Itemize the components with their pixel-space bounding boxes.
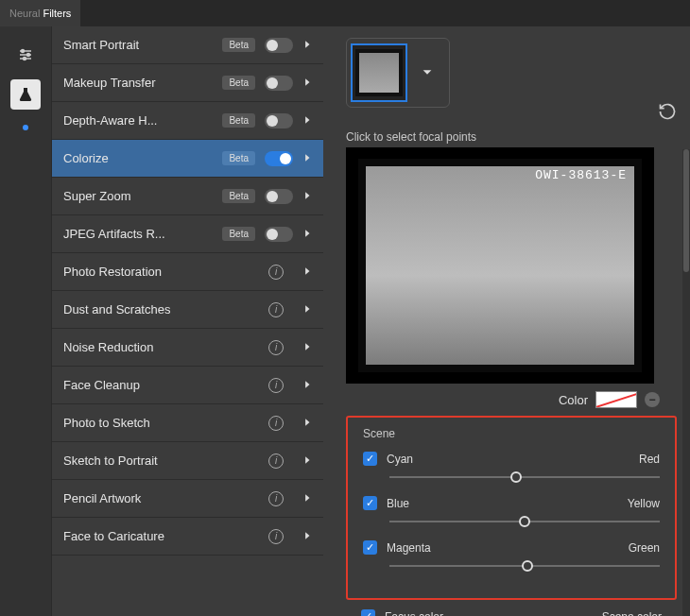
reset-icon[interactable]	[658, 102, 677, 124]
beta-badge: Beta	[222, 38, 255, 52]
color-swatch[interactable]	[595, 391, 637, 408]
info-icon[interactable]: i	[268, 491, 284, 506]
filter-label: Makeup Transfer	[63, 76, 222, 90]
filter-row[interactable]: Smart PortraitBeta	[52, 26, 323, 64]
slider-right-label: Green	[629, 541, 660, 555]
slider-checkbox[interactable]: ✓	[363, 496, 377, 510]
scene-slider-row: ✓ Cyan Red	[363, 452, 660, 483]
slider-right-label: Red	[639, 453, 660, 466]
variant-dropdown[interactable]	[346, 38, 450, 108]
filter-row[interactable]: Face to Caricaturei	[52, 518, 323, 556]
left-icon-rail	[0, 26, 51, 616]
tab-label-right: Filters	[43, 8, 71, 19]
variant-strip	[346, 38, 677, 108]
filter-row[interactable]: Photo Restorationi	[52, 253, 323, 291]
filter-label: Super Zoom	[63, 189, 222, 203]
slider-checkbox[interactable]: ✓	[363, 540, 377, 555]
info-icon[interactable]: i	[268, 340, 284, 355]
chevron-right-icon	[302, 76, 312, 90]
filter-list: Smart PortraitBetaMakeup TransferBetaDep…	[51, 26, 323, 616]
chevron-down-icon	[421, 65, 434, 81]
beta-badge: Beta	[222, 113, 255, 128]
chevron-right-icon	[302, 265, 312, 279]
chevron-right-icon	[302, 416, 312, 430]
filter-label: JPEG Artifacts R...	[63, 227, 222, 241]
beta-badge: Beta	[222, 151, 255, 165]
filter-row[interactable]: Makeup TransferBeta	[52, 64, 323, 102]
settings-panel: Click to select focal points OWI-38613-E…	[323, 26, 690, 616]
filter-label: Sketch to Portrait	[63, 453, 268, 468]
filter-row[interactable]: Depth-Aware H...Beta	[52, 102, 323, 140]
image-preview[interactable]: OWI-38613-E	[346, 147, 654, 384]
slider-right-label: Yellow	[628, 497, 660, 510]
filter-row[interactable]: Super ZoomBeta	[52, 178, 323, 215]
panel-scrollbar[interactable]	[682, 149, 690, 616]
filter-toggle[interactable]	[265, 227, 293, 242]
info-icon[interactable]: i	[268, 265, 284, 280]
scene-group: Scene ✓ Cyan Red ✓ Blue Yellow ✓ Magenta…	[346, 416, 677, 600]
remove-color-button[interactable]: −	[645, 392, 660, 407]
chevron-right-icon	[302, 151, 312, 165]
chevron-right-icon	[302, 453, 312, 468]
filter-row[interactable]: Photo to Sketchi	[52, 404, 323, 442]
chevron-right-icon	[302, 302, 312, 317]
chevron-right-icon	[302, 340, 312, 354]
filter-row[interactable]: Sketch to Portraiti	[52, 442, 323, 480]
flask-icon[interactable]	[10, 79, 41, 110]
filter-toggle[interactable]	[265, 113, 293, 128]
active-dot-indicator	[23, 125, 28, 130]
filter-row[interactable]: ColorizeBeta	[52, 140, 323, 178]
chevron-right-icon	[302, 113, 312, 128]
tab-neural-filters[interactable]: Neural Filters	[0, 0, 80, 26]
svg-point-2	[24, 58, 26, 60]
svg-point-1	[27, 54, 30, 57]
preview-image: OWI-38613-E	[358, 159, 642, 372]
color-balance-slider[interactable]	[389, 516, 660, 527]
scene-slider-row: ✓ Magenta Green	[363, 540, 660, 572]
filter-toggle[interactable]	[265, 189, 293, 204]
chevron-right-icon	[302, 491, 312, 505]
tab-label-left: Neural	[9, 8, 40, 19]
info-icon[interactable]: i	[268, 378, 284, 393]
filter-row[interactable]: Pencil Artworki	[52, 480, 323, 518]
filter-row[interactable]: Face Cleanupi	[52, 367, 323, 404]
chevron-right-icon	[302, 378, 312, 392]
filter-toggle[interactable]	[265, 76, 293, 91]
slider-left-label: Blue	[387, 497, 409, 510]
filter-row[interactable]: Noise Reductioni	[52, 329, 323, 367]
chevron-right-icon	[302, 189, 312, 203]
beta-badge: Beta	[222, 189, 255, 203]
filter-label: Photo Restoration	[63, 265, 268, 279]
color-row: Color −	[346, 391, 660, 408]
sliders-icon[interactable]	[10, 40, 41, 70]
slider-left-label: Magenta	[387, 541, 431, 555]
color-balance-slider[interactable]	[389, 560, 660, 572]
color-balance-slider[interactable]	[389, 471, 660, 483]
slider-left-label: Cyan	[387, 453, 413, 466]
info-icon[interactable]: i	[268, 302, 284, 317]
filter-label: Photo to Sketch	[63, 416, 268, 430]
filter-label: Face to Caricature	[63, 529, 268, 543]
filter-label: Colorize	[63, 151, 222, 165]
focus-color-label: Focus color	[385, 610, 443, 617]
scene-slider-row: ✓ Blue Yellow	[363, 496, 660, 527]
info-icon[interactable]: i	[268, 416, 284, 431]
focus-scene-row: ✓ Focus color Scene color	[346, 609, 677, 616]
filter-label: Dust and Scratches	[63, 302, 268, 317]
negative-code: OWI-38613-E	[527, 166, 634, 184]
color-label: Color	[559, 393, 588, 407]
info-icon[interactable]: i	[268, 453, 284, 469]
filter-row[interactable]: JPEG Artifacts R...Beta	[52, 215, 323, 253]
info-icon[interactable]: i	[268, 529, 284, 544]
slider-checkbox[interactable]: ✓	[363, 452, 377, 466]
variant-thumbnail	[351, 43, 407, 102]
tab-bar: Neural Filters	[0, 0, 690, 26]
filter-toggle[interactable]	[265, 151, 293, 166]
focus-color-checkbox[interactable]: ✓	[361, 609, 375, 616]
filter-toggle[interactable]	[265, 38, 293, 53]
scrollbar-thumb[interactable]	[683, 149, 689, 272]
beta-badge: Beta	[222, 76, 255, 90]
filter-row[interactable]: Dust and Scratchesi	[52, 291, 323, 329]
filter-label: Face Cleanup	[63, 378, 268, 392]
filter-label: Depth-Aware H...	[63, 113, 222, 128]
